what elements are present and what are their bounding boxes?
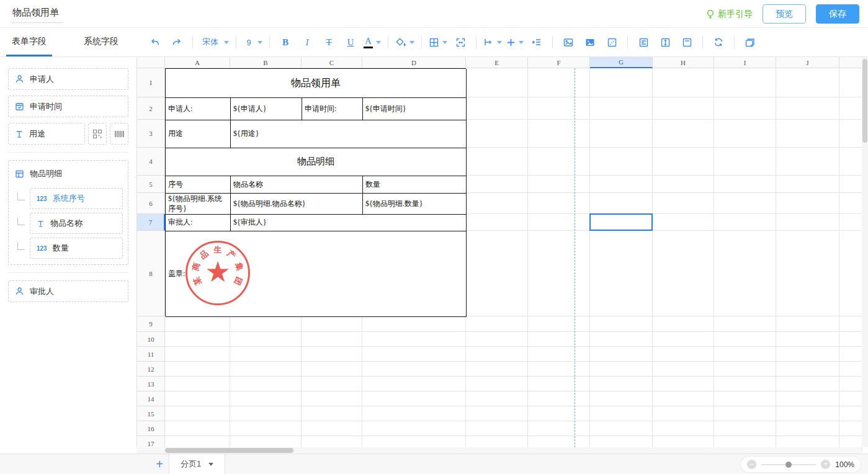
- tab-form-fields[interactable]: 表单字段: [6, 28, 52, 56]
- column-header-D[interactable]: D: [362, 57, 466, 68]
- qr-code-button[interactable]: [88, 123, 107, 145]
- grid-cell[interactable]: [776, 176, 839, 193]
- font-size-select[interactable]: 9: [243, 34, 262, 51]
- merge-cells-button[interactable]: [452, 34, 469, 51]
- select-all-corner[interactable]: [137, 57, 165, 68]
- vertical-scrollbar[interactable]: [862, 57, 868, 447]
- strikethrough-button[interactable]: T: [320, 34, 338, 51]
- undo-button[interactable]: [146, 34, 164, 51]
- grid-cell[interactable]: [776, 148, 839, 176]
- zoom-slider-handle[interactable]: [785, 462, 792, 468]
- company-stamp[interactable]: ★某商品生产集团: [186, 241, 250, 305]
- horizontal-scrollbar-thumb[interactable]: [165, 448, 293, 453]
- grid-cell[interactable]: [653, 316, 714, 332]
- grid-cell[interactable]: [165, 316, 230, 332]
- grid-cell[interactable]: [362, 421, 466, 436]
- form-cell[interactable]: 数量: [363, 176, 467, 194]
- row-header-4[interactable]: 4: [137, 148, 165, 176]
- grid-cell[interactable]: [839, 120, 862, 148]
- column-header-A[interactable]: A: [165, 57, 230, 68]
- grid-cell[interactable]: [362, 406, 466, 421]
- vertical-scrollbar-thumb[interactable]: [862, 59, 867, 143]
- grid-cell[interactable]: [714, 362, 776, 377]
- font-family-select[interactable]: 宋体: [200, 34, 229, 51]
- grid-cell[interactable]: [466, 421, 528, 436]
- barcode-button[interactable]: [110, 123, 128, 145]
- grid-cell[interactable]: [653, 391, 714, 406]
- grid-cell[interactable]: [302, 316, 362, 332]
- grid-cell[interactable]: [839, 316, 862, 332]
- grid-cell[interactable]: [590, 347, 653, 362]
- grid-cell[interactable]: [839, 362, 862, 377]
- grid-cell[interactable]: [714, 148, 776, 176]
- row-header-9[interactable]: 9: [137, 316, 165, 332]
- grid-cell[interactable]: [466, 176, 528, 193]
- grid-cell[interactable]: [776, 193, 839, 214]
- grid-cell[interactable]: [528, 214, 590, 231]
- grid-cell[interactable]: [362, 377, 466, 391]
- column-header-J[interactable]: J: [776, 57, 839, 68]
- grid-cell[interactable]: [528, 120, 590, 148]
- grid-cell[interactable]: [362, 362, 466, 377]
- grid-cell[interactable]: [466, 362, 528, 377]
- grid-cell[interactable]: [653, 362, 714, 377]
- grid-cell[interactable]: [362, 332, 466, 347]
- zoom-in-button[interactable]: +: [821, 460, 830, 469]
- underline-button[interactable]: U: [342, 34, 359, 51]
- grid-cell[interactable]: [839, 231, 862, 316]
- grid-cell[interactable]: [714, 120, 776, 148]
- grid-cell[interactable]: [590, 406, 653, 421]
- grid-cell[interactable]: [302, 377, 362, 391]
- grid-cell[interactable]: [776, 421, 839, 436]
- form-cell[interactable]: ${物品明细.物品名称}: [231, 194, 363, 215]
- grid-cell[interactable]: [714, 214, 776, 231]
- row-header-15[interactable]: 15: [137, 406, 165, 421]
- grid-cell[interactable]: [653, 148, 714, 176]
- grid-cell[interactable]: [714, 391, 776, 406]
- grid-cell[interactable]: [714, 421, 776, 436]
- indent-button[interactable]: [528, 34, 545, 51]
- align-button[interactable]: [483, 34, 502, 51]
- field-system-number[interactable]: 123 系统序号: [30, 188, 123, 209]
- form-cell[interactable]: 物品名称: [231, 176, 363, 194]
- grid-cell[interactable]: [528, 332, 590, 347]
- grid-cell[interactable]: [466, 148, 528, 176]
- grid-cell[interactable]: [466, 231, 528, 316]
- grid-cell[interactable]: [590, 332, 653, 347]
- grid-cell[interactable]: [165, 421, 230, 436]
- field-group-item-details[interactable]: 物品明细 123 系统序号 物品名称 123: [8, 160, 128, 265]
- grid-cell[interactable]: [714, 316, 776, 332]
- form-cell[interactable]: 序号: [166, 176, 231, 194]
- grid-cell[interactable]: [528, 377, 590, 391]
- grid-cell[interactable]: [466, 193, 528, 214]
- grid-cell[interactable]: [776, 316, 839, 332]
- grid-cell[interactable]: [466, 332, 528, 347]
- form-cell[interactable]: 申请人:: [166, 98, 231, 120]
- grid-cell[interactable]: [302, 347, 362, 362]
- grid-cell[interactable]: [230, 362, 302, 377]
- grid-cell[interactable]: [590, 120, 653, 148]
- field-applicant[interactable]: 申请人: [8, 68, 128, 90]
- grid-cell[interactable]: [839, 391, 862, 406]
- beginner-guide-link[interactable]: 新手引导: [706, 9, 753, 20]
- grid-cell[interactable]: [362, 391, 466, 406]
- row-header-1[interactable]: 1: [137, 68, 165, 97]
- grid-cell[interactable]: [590, 193, 653, 214]
- row-header-7[interactable]: 7: [137, 214, 165, 231]
- grid-cell[interactable]: [714, 377, 776, 391]
- grid-cell[interactable]: [714, 97, 776, 120]
- grid-cell[interactable]: [839, 377, 862, 391]
- grid-cell[interactable]: [839, 332, 862, 347]
- grid-cell[interactable]: [653, 120, 714, 148]
- zoom-out-button[interactable]: −: [747, 460, 756, 469]
- grid-cell[interactable]: [653, 214, 714, 231]
- grid-cell[interactable]: [528, 148, 590, 176]
- grid-cell[interactable]: [653, 421, 714, 436]
- row-header-10[interactable]: 10: [137, 332, 165, 347]
- grid-cell[interactable]: [528, 391, 590, 406]
- field-item-name[interactable]: 物品名称: [30, 213, 123, 234]
- grid-cell[interactable]: [714, 231, 776, 316]
- grid-cell[interactable]: [653, 176, 714, 193]
- grid-cell[interactable]: [466, 391, 528, 406]
- italic-button[interactable]: I: [298, 34, 316, 51]
